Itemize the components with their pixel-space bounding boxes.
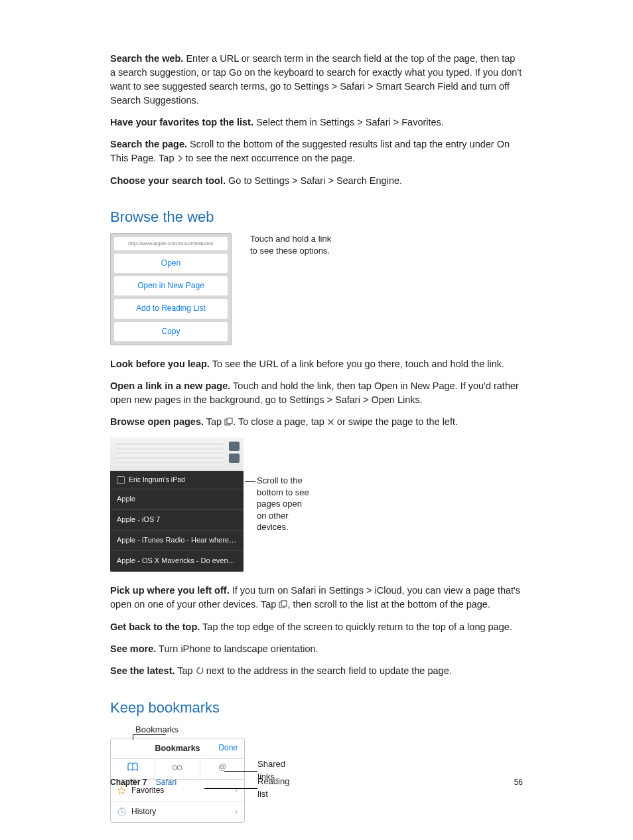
- caption-line: Touch and hold a link: [250, 234, 331, 244]
- chapter-name: Safari: [156, 778, 176, 787]
- open-new-page-button[interactable]: Open in New Page: [114, 276, 228, 295]
- device-header: Eric Ingrum's iPad: [110, 471, 244, 489]
- tab-row[interactable]: Apple - iTunes Radio - Hear where…: [110, 531, 244, 551]
- para-see-more: See more. Turn iPhone to landscape orien…: [110, 642, 523, 656]
- lead: Search the page.: [110, 139, 187, 149]
- pages-icon: [224, 416, 233, 430]
- tab-row[interactable]: Apple - OS X Mavericks - Do even…: [110, 551, 244, 572]
- body: Tap the top edge of the screen to quickl…: [200, 622, 512, 632]
- glasses-icon: [171, 762, 183, 772]
- bookmarks-header: Bookmarks Done: [111, 738, 244, 759]
- link-url: http://www.apple.com/icloud/features/: [114, 237, 228, 250]
- done-button[interactable]: Done: [218, 742, 238, 754]
- page-thumbnail: [110, 438, 244, 471]
- lead: Choose your search tool.: [110, 175, 226, 186]
- para-search-page: Search the page. Scroll to the bottom of…: [110, 137, 523, 166]
- body: Select them in Settings > Safari > Favor…: [253, 117, 444, 127]
- figure-caption: Touch and hold a link to see these optio…: [250, 233, 331, 257]
- clock-icon: [117, 807, 126, 816]
- tab-row[interactable]: Apple - iOS 7: [110, 510, 244, 531]
- open-button[interactable]: Open: [114, 254, 228, 273]
- para-back-to-top: Get back to the top. Tap the top edge of…: [110, 620, 523, 634]
- tail: to see the next occurrence on the page.: [183, 153, 356, 163]
- heading-browse: Browse the web: [110, 207, 523, 228]
- bookmarks-title: Bookmarks: [155, 742, 200, 754]
- body2: , then scroll to the list at the bottom …: [287, 599, 490, 610]
- svg-point-9: [178, 766, 182, 770]
- footer-left: Chapter 7 Safari: [110, 777, 176, 788]
- reading-list-tab[interactable]: [155, 759, 199, 778]
- figure-icloud-tabs: Eric Ingrum's iPad Apple Apple - iOS 7 A…: [110, 438, 523, 572]
- body2: . To close a page, tap: [233, 416, 327, 427]
- close-icon: [327, 416, 334, 430]
- para-browse-open: Browse open pages. Tap . To close a page…: [110, 415, 523, 430]
- para-see-latest: See the latest. Tap next to the address …: [110, 664, 523, 679]
- lead: Look before you leap.: [110, 359, 210, 369]
- lead: Get back to the top.: [110, 622, 200, 632]
- lead: Pick up where you left off.: [110, 585, 230, 596]
- shared-links-tab[interactable]: @: [200, 759, 244, 778]
- svg-rect-1: [227, 418, 232, 424]
- figure-bookmarks: Bookmarks Bookmarks Done @ Favorites: [110, 724, 296, 823]
- chevron-right-icon: ›: [235, 806, 238, 817]
- icloud-tabs-panel: Eric Ingrum's iPad Apple Apple - iOS 7 A…: [110, 438, 244, 572]
- para-pickup: Pick up where you left off. If you turn …: [110, 584, 523, 612]
- body3: or swipe the page to the left.: [334, 416, 458, 427]
- para-open-new-page: Open a link in a new page. Touch and hol…: [110, 379, 523, 407]
- reload-icon: [196, 665, 204, 679]
- svg-rect-5: [281, 601, 287, 606]
- chapter-label: Chapter 7: [110, 778, 147, 787]
- body2: next to the address in the search field …: [204, 665, 452, 676]
- history-row[interactable]: History ›: [111, 801, 244, 822]
- pages-icon: [279, 598, 287, 612]
- para-favorites: Have your favorites top the list. Select…: [110, 116, 523, 129]
- body: Go to Settings > Safari > Search Engine.: [226, 175, 402, 186]
- book-icon: [127, 762, 139, 772]
- row-label: History: [131, 806, 156, 817]
- tab-row[interactable]: Apple: [110, 489, 244, 510]
- body1: Tap: [204, 416, 224, 427]
- svg-marker-6: [201, 668, 203, 670]
- figure-link-menu: http://www.apple.com/icloud/features/ Op…: [110, 233, 523, 345]
- lead: Open a link in a new page.: [110, 380, 230, 391]
- figure-caption: Scroll to the bottom to see pages open o…: [257, 438, 309, 533]
- body: Turn iPhone to landscape orientation.: [156, 643, 318, 654]
- add-reading-list-button[interactable]: Add to Reading List: [114, 299, 228, 318]
- lead: Search the web.: [110, 53, 183, 64]
- copy-button[interactable]: Copy: [114, 322, 228, 341]
- heading-bookmarks: Keep bookmarks: [110, 697, 523, 718]
- para-search-tool: Choose your search tool. Go to Settings …: [110, 174, 523, 188]
- lead: Browse open pages.: [110, 416, 204, 427]
- caption-line: to see these options.: [250, 246, 330, 256]
- chevron-right-icon: [177, 152, 183, 166]
- para-look-before: Look before you leap. To see the URL of …: [110, 357, 523, 371]
- body: To see the URL of a link before you go t…: [210, 359, 504, 369]
- lead: Have your favorites top the list.: [110, 117, 253, 127]
- page-footer: Chapter 7 Safari 56: [110, 777, 523, 788]
- page-number: 56: [514, 777, 523, 788]
- body1: Tap: [175, 665, 196, 676]
- link-context-menu: http://www.apple.com/icloud/features/ Op…: [110, 233, 232, 345]
- para-search-web: Search the web. Enter a URL or search te…: [110, 52, 523, 108]
- callout-bookmarks: Bookmarks: [110, 724, 296, 736]
- lead: See the latest.: [110, 665, 175, 676]
- bookmarks-tab[interactable]: [111, 759, 155, 778]
- svg-point-8: [173, 766, 177, 770]
- lead: See more.: [110, 643, 156, 654]
